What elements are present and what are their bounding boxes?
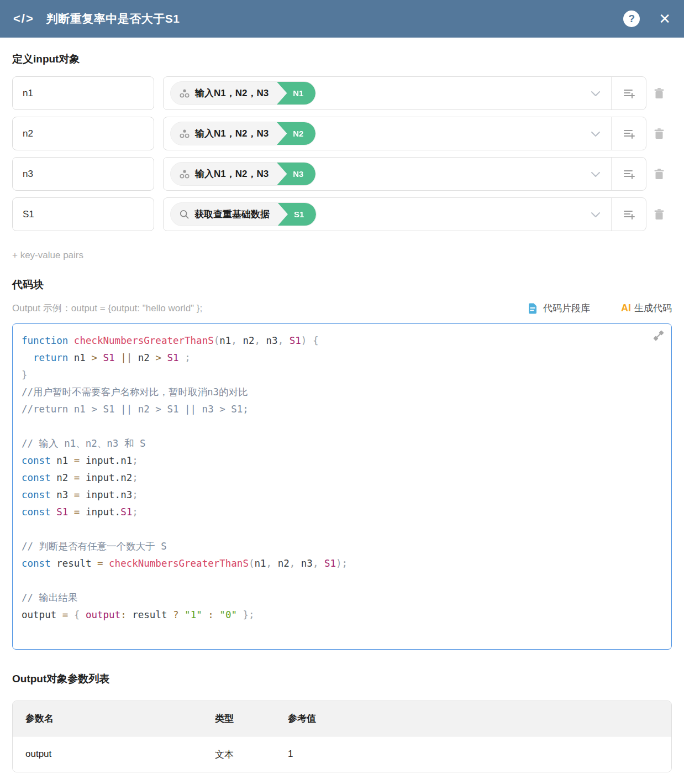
- add-to-list-icon[interactable]: [612, 158, 646, 190]
- delete-row-button[interactable]: [646, 197, 672, 231]
- key-input-n1[interactable]: [12, 76, 154, 110]
- code-block-icon: </>: [13, 12, 34, 26]
- code-content[interactable]: function checkNumbersGreaterThanS(n1, n2…: [22, 332, 647, 624]
- add-to-list-icon[interactable]: [612, 198, 646, 231]
- column-header-value: 参考值: [275, 712, 671, 725]
- variable-badge: N2: [276, 122, 315, 145]
- variable-badge: N3: [276, 162, 315, 186]
- help-icon[interactable]: ?: [623, 11, 640, 27]
- snippet-library-button[interactable]: 代码片段库: [527, 302, 590, 315]
- flow-icon: [179, 169, 190, 179]
- flow-icon: [179, 129, 190, 138]
- snippet-library-label: 代码片段库: [543, 302, 590, 315]
- source-pill: 输入N1，N2，N3 N1: [170, 81, 316, 105]
- column-header-type: 类型: [202, 712, 275, 725]
- input-row-n1: 输入N1，N2，N3 N1: [12, 76, 672, 110]
- value-select-n3[interactable]: 输入N1，N2，N3 N3: [163, 157, 646, 191]
- key-input-s1[interactable]: [12, 197, 154, 231]
- delete-row-button[interactable]: [646, 76, 672, 110]
- add-to-list-icon[interactable]: [612, 117, 646, 150]
- source-node-label: 输入N1，N2，N3: [195, 127, 269, 140]
- chevron-down-icon[interactable]: [580, 198, 611, 231]
- expand-icon[interactable]: [653, 330, 665, 342]
- value-select-n2[interactable]: 输入N1，N2，N3 N2: [163, 117, 646, 150]
- code-section-title: 代码块: [12, 278, 672, 292]
- key-input-n3[interactable]: [12, 157, 154, 191]
- page-title: 判断重复率中是否大于S1: [46, 11, 180, 27]
- chevron-down-icon[interactable]: [580, 117, 611, 150]
- search-icon: [179, 209, 190, 219]
- variable-badge: S1: [277, 202, 316, 226]
- value-select-n1[interactable]: 输入N1，N2，N3 N1: [163, 76, 646, 110]
- flow-icon: [179, 88, 190, 98]
- source-node-label: 输入N1，N2，N3: [195, 87, 269, 100]
- document-icon: [527, 303, 538, 314]
- column-header-name: 参数名: [13, 712, 202, 725]
- delete-row-button[interactable]: [646, 117, 672, 150]
- input-row-s1: 获取查重基础数据 S1: [12, 197, 672, 231]
- input-row-n2: 输入N1，N2，N3 N2: [12, 117, 672, 150]
- input-section-title: 定义input对象: [12, 52, 672, 66]
- window-titlebar: </> 判断重复率中是否大于S1 ? ✕: [0, 0, 684, 38]
- add-to-list-icon[interactable]: [612, 77, 646, 109]
- key-input-n2[interactable]: [12, 117, 154, 150]
- source-pill: 输入N1，N2，N3 N3: [170, 162, 316, 186]
- source-pill: 输入N1，N2，N3 N2: [170, 122, 316, 145]
- variable-badge: N1: [276, 81, 315, 105]
- ai-generate-button[interactable]: AI 生成代码: [621, 302, 672, 315]
- table-row: output 文本 1: [13, 736, 671, 772]
- chevron-down-icon[interactable]: [580, 77, 611, 109]
- ai-mark: AI: [621, 302, 631, 314]
- chevron-down-icon[interactable]: [580, 158, 611, 190]
- param-type-cell: 文本: [202, 748, 275, 761]
- source-node-label: 获取查重基础数据: [194, 208, 270, 221]
- code-editor[interactable]: function checkNumbersGreaterThanS(n1, n2…: [12, 323, 672, 650]
- add-key-value-link[interactable]: + key-value pairs: [12, 250, 83, 261]
- value-select-s1[interactable]: 获取查重基础数据 S1: [163, 197, 646, 231]
- ai-generate-label: 生成代码: [634, 302, 672, 315]
- param-name-cell: output: [13, 749, 202, 760]
- close-icon[interactable]: ✕: [654, 9, 675, 28]
- source-pill: 获取查重基础数据 S1: [170, 202, 317, 226]
- output-param-table: 参数名 类型 参考值 output 文本 1: [12, 701, 672, 772]
- delete-row-button[interactable]: [646, 157, 672, 191]
- output-example-hint: Output 示例：output = {output: "hello world…: [12, 302, 202, 315]
- input-row-n3: 输入N1，N2，N3 N3: [12, 157, 672, 191]
- table-header-row: 参数名 类型 参考值: [13, 701, 671, 736]
- param-value-cell: 1: [275, 749, 671, 760]
- source-node-label: 输入N1，N2，N3: [195, 168, 269, 180]
- output-table-title: Output对象参数列表: [12, 672, 672, 686]
